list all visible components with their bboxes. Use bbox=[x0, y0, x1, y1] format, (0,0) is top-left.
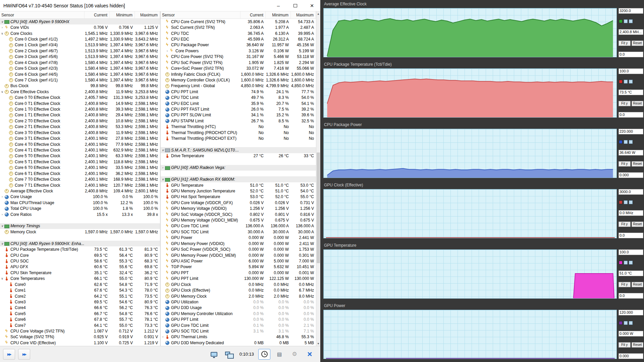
group-header-row[interactable]: ∨Memory Timings bbox=[0, 223, 160, 229]
sensor-row[interactable]: GPU D3D Usage0.0 %0.0 %0.0 % bbox=[161, 305, 316, 311]
sensor-rows-middle[interactable]: CPU Core Current (SVI2 TFN)35.806 A5.208… bbox=[161, 19, 316, 346]
sensor-row[interactable]: APU GFX60.6 °C55.6 °C69.8 °C bbox=[0, 264, 160, 270]
sensor-row[interactable]: Core 1 T0 Effective Clock2,400.8 MHz39.3… bbox=[0, 106, 160, 112]
graph-option-box[interactable] bbox=[624, 200, 628, 204]
reset-button[interactable]: Reset bbox=[632, 222, 644, 227]
sensor-row[interactable]: Max CPU/Thread Usage100.0 %12.2 %100.0 % bbox=[0, 200, 160, 205]
sensor-row[interactable]: CPU Core Power (SVI2 TFN)31.167 W5.466 W… bbox=[161, 54, 316, 60]
group-header-row[interactable]: ∨CPU [#0]: AMD Ryzen 9 5900HX bbox=[0, 19, 160, 24]
graph-option-box[interactable] bbox=[629, 321, 633, 325]
column-header-sensor[interactable]: Sensor bbox=[161, 11, 240, 18]
fit-y-button[interactable]: Fit y bbox=[619, 222, 631, 227]
scrollbar-track[interactable] bbox=[316, 16, 320, 341]
sensor-row[interactable]: SoC Current (SVI2 TFN)2.063 A1.977 A2.48… bbox=[161, 24, 316, 30]
sensor-row[interactable]: CPU Package Temperature (Tctl/Tdie)73.5 … bbox=[0, 246, 160, 252]
sensor-rows-left[interactable]: ∨CPU [#0]: AMD Ryzen 9 5900HX›Core VIDs0… bbox=[0, 19, 160, 346]
graph-option-box[interactable] bbox=[629, 261, 633, 264]
graph-option-box[interactable] bbox=[629, 19, 633, 23]
sensor-row[interactable]: Core764.1 °C55.0 °C73.3 °C bbox=[0, 322, 160, 328]
sensor-row[interactable]: Core 6 Clock (perf #4/5)1,580.4 MHz1,397… bbox=[0, 71, 160, 77]
group-header-row[interactable]: ∨CPU [#0]: AMD Ryzen 9 5900HX: Enha... bbox=[0, 241, 160, 246]
scrollbar-thumb[interactable] bbox=[317, 153, 320, 263]
sensor-row[interactable]: CPU PPT Limit74.9 %24.1 %77.7 % bbox=[161, 89, 316, 95]
sensor-row[interactable]: Average Effective Clock2,400.8 MHz109.4 … bbox=[0, 188, 160, 194]
series-color-swatch[interactable] bbox=[619, 321, 623, 325]
sensor-row[interactable]: CPU PPT SLOW Limit34.1 %15.2 %39.6 % bbox=[161, 112, 316, 118]
sensor-row[interactable]: GPU SOC TDC Limit3.1 %3.1 %7.1 % bbox=[161, 328, 316, 334]
group-header-row[interactable]: ›GPU [#0]: AMD Radeon Vega: bbox=[161, 165, 316, 171]
sensor-row[interactable]: Core 7 T0 Effective Clock2,400.1 MHz168.… bbox=[0, 176, 160, 182]
sensor-row[interactable]: Core 3 Clock (perf #5/6)1,513.9 MHz1,397… bbox=[0, 54, 160, 60]
sensor-row[interactable]: Core 7 T1 Effective Clock2,400.1 MHz120.… bbox=[0, 182, 160, 188]
sensor-row[interactable]: GPU Core TDC Limit0.1 %0.0 %2.1 % bbox=[161, 322, 316, 328]
sensor-row[interactable]: Core 3 T0 Effective Clock2,400.8 MHz11.9… bbox=[0, 130, 160, 135]
vertical-scrollbar[interactable]: ▲ ▼ bbox=[316, 11, 320, 346]
clock-mode-button[interactable] bbox=[258, 349, 270, 360]
series-color-swatch[interactable] bbox=[619, 19, 623, 23]
sensor-row[interactable]: Core 4 T0 Effective Clock2,400.1 MHz77.9… bbox=[0, 141, 160, 147]
expand-arrow[interactable]: › bbox=[165, 49, 169, 53]
expand-arrow[interactable]: › bbox=[0, 213, 4, 216]
group-header-row[interactable]: ∨S.M.A.R.T.: SAMSUNG MZVLQ1T0H... bbox=[161, 147, 316, 153]
sensor-row[interactable]: Core 4 T1 Effective Clock2,400.1 MHz632.… bbox=[0, 147, 160, 153]
sensor-row[interactable]: Thermal Throttling (PROCHOT EXT)NoNoNo bbox=[161, 135, 316, 141]
sensor-row[interactable]: Core 1 T1 Effective Clock2,400.8 MHz29.4… bbox=[0, 112, 160, 118]
expand-arrow[interactable]: › bbox=[161, 166, 165, 169]
sensor-row[interactable]: Memory Controller Clock (UCLK)1,600.0 MH… bbox=[161, 77, 316, 83]
shrink-panel-right-button[interactable]: ▶▶ bbox=[18, 349, 30, 360]
sensor-row[interactable]: GPU Memory Voltage (VDDIO)1.256 V1.256 V… bbox=[161, 206, 316, 212]
sensor-row[interactable]: GPU SOC TDC Limit30.000 A30.000 A30.000 … bbox=[161, 229, 316, 235]
sensor-row[interactable]: GPU Hot Spot Temperature53.0 °C52.0 °C55… bbox=[161, 194, 316, 200]
sensor-row[interactable]: CPU EDC45.599 A26.312 A68.724 A bbox=[161, 36, 316, 42]
column-header-current[interactable]: Current bbox=[85, 11, 110, 18]
sensor-row[interactable]: Core 5 T1 Effective Clock2,400.1 MHz118.… bbox=[0, 159, 160, 165]
column-header-current[interactable]: Current bbox=[240, 11, 266, 18]
expand-arrow[interactable]: › bbox=[0, 26, 4, 29]
sensor-row[interactable]: Core 2 T1 Effective Clock2,400.8 MHz53.3… bbox=[0, 124, 160, 130]
sensor-row[interactable]: ∨Core Temperatures66.1 °C55.0 °C80.9 °C bbox=[0, 276, 160, 282]
sensor-row[interactable]: ›Core Usage100.0 %0.0 %100.0 % bbox=[0, 194, 160, 200]
series-color-swatch[interactable] bbox=[619, 261, 623, 264]
sensor-row[interactable]: Core 0 T0 Effective Clock2,405.7 MHz131.… bbox=[0, 95, 160, 100]
close-sensors-button[interactable] bbox=[304, 349, 316, 360]
scroll-up-arrow[interactable]: ▲ bbox=[316, 11, 320, 16]
sensor-row[interactable]: TGP Power5.894 W5.632 W10.451 W bbox=[161, 264, 316, 270]
remote-monitor-button[interactable] bbox=[208, 349, 220, 360]
sensor-row[interactable]: GPU Memory Voltage (VDDCI_MEM)0.675 V0.6… bbox=[161, 217, 316, 223]
sensor-row[interactable]: GPU PPT Limit0.0 %0.0 %0.0 % bbox=[161, 317, 316, 322]
sensor-row[interactable]: GPU Temperature51.0 °C51.0 °C53.0 °C bbox=[161, 182, 316, 188]
sensor-row[interactable]: ›Core Powers3.126 W0.106 W5.199 W bbox=[161, 48, 316, 54]
sensor-row[interactable]: Core 7 Clock (perf #1/1)1,580.4 MHz1,397… bbox=[0, 77, 160, 83]
sensor-row[interactable]: Core 3 T1 Effective Clock2,400.1 MHz27.8… bbox=[0, 135, 160, 141]
shrink-panel-left-button[interactable]: ▶▶ bbox=[3, 349, 15, 360]
sensor-row[interactable]: Core167.6 °C54.3 °C78.0 °C bbox=[0, 287, 160, 293]
expand-arrow[interactable]: ∨ bbox=[161, 148, 165, 152]
sensor-row[interactable]: Core 0 T1 Effective Clock2,400.8 MHz14.9… bbox=[0, 101, 160, 106]
sensor-row[interactable]: Total CPU Usage100.0 %1.8 %100.0 % bbox=[0, 206, 160, 212]
fit-y-button[interactable]: Fit y bbox=[619, 342, 631, 348]
sensor-row[interactable]: Core 4 Clock (perf #7/8)1,580.4 MHz1,397… bbox=[0, 60, 160, 65]
logging-button[interactable]: ▤ bbox=[273, 349, 285, 360]
sensor-row[interactable]: GPU Utilization0.0 %0.0 %0.0 % bbox=[161, 299, 316, 305]
sensor-row[interactable]: Core 6 T0 Effective Clock2,400.1 MHz33.5… bbox=[0, 165, 160, 171]
fit-y-button[interactable]: Fit y bbox=[619, 282, 631, 287]
expand-arrow[interactable]: ∨ bbox=[0, 90, 4, 94]
sensor-row[interactable]: Core 2 T0 Effective Clock2,400.8 MHz10.8… bbox=[0, 118, 160, 124]
sensor-row[interactable]: GPU SoC Power (VDDCR_SOC)0.000 W0.000 W1… bbox=[161, 246, 316, 252]
column-header-maximum[interactable]: Maximum bbox=[135, 11, 160, 18]
sensor-row[interactable]: Core264.2 °C55.1 °C73.5 °C bbox=[0, 293, 160, 299]
sensor-row[interactable]: SoC Voltage (SVI2 TFN)0.925 V0.919 V0.93… bbox=[0, 334, 160, 340]
sensor-row[interactable]: GPU Clock0.0 MHz0.0 MHz0.0 MHz bbox=[161, 282, 316, 287]
graph-option-box[interactable] bbox=[624, 19, 628, 23]
reset-button[interactable]: Reset bbox=[632, 41, 644, 46]
column-header-maximum[interactable]: Maximum bbox=[291, 11, 316, 18]
reset-button[interactable]: Reset bbox=[632, 342, 644, 348]
sensor-row[interactable]: CPU Package Power36.640 W11.957 W45.156 … bbox=[161, 42, 316, 48]
sensor-row[interactable]: Core 5 Clock (perf #2/3)1,580.4 MHz1,397… bbox=[0, 65, 160, 71]
fit-y-button[interactable]: Fit y bbox=[619, 161, 631, 167]
fit-y-button[interactable]: Fit y bbox=[619, 101, 631, 106]
sensor-row[interactable]: GPU ASIC Power6.000 W5.000 W7.000 W bbox=[161, 258, 316, 264]
sensor-row[interactable]: GPU Clock (Effective)0.0 MHz0.0 MHz6.7 M… bbox=[161, 287, 316, 293]
sensor-row[interactable]: CPU Core Current (SVI2 TFN)35.806 A5.208… bbox=[161, 19, 316, 24]
expand-arrow[interactable]: ∨ bbox=[0, 32, 4, 35]
